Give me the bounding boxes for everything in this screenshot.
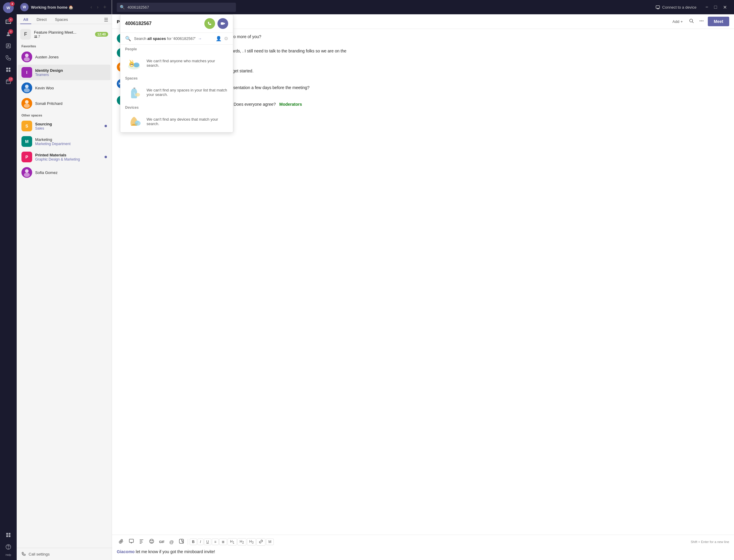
contacts-icon[interactable] [3, 41, 14, 51]
people-empty-row: We can't find anyone who matches your se… [120, 52, 233, 74]
list-item[interactable]: P Printed Materials Graphic Design & Mar… [18, 149, 111, 165]
sticker-button[interactable] [177, 537, 186, 546]
mention-button[interactable]: @ [167, 538, 175, 546]
h1-button[interactable]: H1 [228, 538, 237, 545]
gif-button[interactable]: GIF [157, 539, 166, 545]
svg-point-46 [151, 540, 151, 541]
compose-hint: Shift + Enter for a new line [691, 540, 729, 544]
maximize-button[interactable]: □ [712, 3, 719, 11]
nav-back-button[interactable]: ‹ [89, 4, 94, 11]
compose-mention[interactable]: Giacomo [117, 549, 135, 554]
mention-moderators[interactable]: Moderators [279, 102, 302, 107]
svg-point-23 [25, 54, 29, 57]
people-icon[interactable]: 3 [3, 29, 14, 39]
sidebar-content: F Feature Planning Meet... 7 12:40 Favor… [17, 24, 112, 548]
favorites-label: Favorites [17, 42, 112, 49]
fp-meta: 7 [34, 35, 92, 39]
svg-point-32 [25, 169, 29, 173]
list-item[interactable]: Austen Jones [18, 49, 111, 65]
emoji-button[interactable] [147, 537, 156, 546]
svg-point-39 [700, 20, 701, 21]
more-format-button[interactable]: M [266, 539, 274, 545]
search-chat-button[interactable] [688, 17, 695, 26]
avatar: I [21, 67, 32, 78]
svg-point-52 [133, 63, 139, 67]
apps-icon[interactable] [3, 530, 14, 540]
list-item[interactable]: S Sourcing Sales [18, 118, 111, 134]
svg-rect-49 [221, 22, 224, 25]
chat-icon[interactable]: 4 [3, 17, 14, 27]
compose-input[interactable]: Giacomo let me know if you got the mirob… [117, 548, 729, 556]
italic-button[interactable]: I [198, 539, 203, 545]
bold-button[interactable]: B [190, 539, 197, 545]
compose-text: let me know if you got the miroboard inv… [136, 549, 215, 554]
filter-icon[interactable]: ☰ [104, 17, 108, 23]
search-icon: 🔍 [125, 36, 131, 41]
calendar-icon[interactable]: 17 [3, 76, 14, 87]
window-avatar: W [20, 3, 29, 11]
filter-search-icon: ⚙ [224, 36, 228, 41]
search-input[interactable] [117, 3, 236, 12]
connect-to-device-button[interactable]: Connect to a device [653, 3, 699, 11]
people-empty-illustration [125, 56, 143, 70]
list-item[interactable]: Sonali Pritchard [18, 96, 111, 111]
attachment-button[interactable] [117, 537, 126, 546]
tab-direct[interactable]: Direct [34, 15, 50, 24]
close-button[interactable]: ✕ [721, 3, 729, 11]
call-settings-button[interactable]: Call settings [17, 548, 112, 560]
h3-button[interactable]: H3 [247, 538, 256, 545]
underline-button[interactable]: U [204, 539, 212, 545]
avatar [21, 98, 32, 109]
h2-button[interactable]: H2 [237, 538, 246, 545]
search-all-spaces-row[interactable]: 🔍 Search all spaces for '4006182567' → 👤… [120, 33, 233, 45]
space-info: Sofia Gomez [35, 170, 107, 175]
call-buttons [204, 18, 228, 29]
tab-spaces[interactable]: Spaces [52, 15, 71, 24]
sidebar: W Working from home 🏠 ‹ › + All Direct S… [17, 0, 112, 560]
whiteboard-button[interactable] [127, 537, 136, 546]
add-label: Add [672, 19, 679, 24]
list-item[interactable]: Kevin Woo [18, 80, 111, 96]
numbered-list-button[interactable]: ≣ [219, 539, 227, 545]
space-name: Identity Design [35, 68, 107, 73]
call-settings-label: Call settings [29, 552, 50, 556]
space-name: Sofia Gomez [35, 170, 107, 175]
minimize-button[interactable]: − [703, 3, 710, 11]
space-name: Printed Materials [35, 153, 102, 157]
more-options-button[interactable] [698, 17, 705, 26]
phone-icon[interactable] [3, 52, 14, 63]
people-search-icon: 👤 [216, 36, 222, 41]
nav-forward-button[interactable]: › [95, 4, 100, 11]
svg-point-47 [152, 540, 153, 541]
svg-rect-58 [133, 88, 135, 89]
search-dropdown-top: 4006182567 [120, 15, 233, 33]
tab-all[interactable]: All [20, 15, 31, 24]
add-button[interactable]: Add + [670, 18, 685, 25]
svg-point-30 [24, 104, 30, 108]
meet-button[interactable]: Meet [708, 17, 729, 26]
audio-call-button[interactable] [204, 18, 215, 29]
new-chat-button[interactable]: + [101, 4, 108, 11]
space-meta [105, 125, 107, 127]
feature-planning-item[interactable]: F Feature Planning Meet... 7 12:40 [17, 27, 112, 42]
chat-badge: 4 [10, 1, 15, 6]
svg-rect-16 [6, 535, 8, 537]
format-button[interactable] [137, 537, 146, 546]
help-icon[interactable] [3, 542, 14, 552]
list-item[interactable]: M Marketing Marketing Department [18, 134, 111, 149]
spaces-empty-illustration [125, 85, 143, 99]
space-info: Austen Jones [35, 55, 107, 59]
more-icon[interactable] [3, 64, 14, 75]
video-call-button[interactable] [217, 18, 228, 29]
list-item[interactable]: Sofia Gomez [18, 165, 111, 180]
window-title: W Working from home 🏠 [20, 3, 73, 11]
compose-area: GIF @ B I U ≡ ≣ H1 H2 H3 M Shift + Enter [112, 535, 734, 560]
help-label: Help [6, 553, 11, 556]
link-button[interactable] [256, 538, 265, 546]
svg-point-24 [24, 57, 30, 61]
user-avatar[interactable]: W 4 [3, 2, 14, 13]
list-item[interactable]: I Identity Design Teamers [18, 65, 111, 80]
svg-point-1 [8, 21, 9, 22]
bullet-list-button[interactable]: ≡ [212, 539, 219, 545]
devices-empty-row: We can't find any devices that match you… [120, 111, 233, 132]
